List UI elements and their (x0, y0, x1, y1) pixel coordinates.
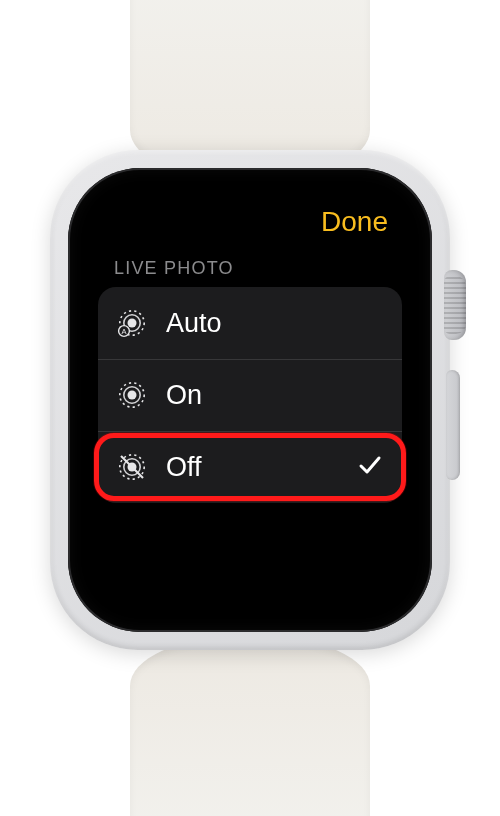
live-photo-on-icon (116, 379, 148, 411)
live-photo-auto-icon: A (116, 307, 148, 339)
watch-bezel: Done LIVE PHOTO A Auto (68, 168, 432, 632)
side-button[interactable] (446, 370, 460, 480)
live-photo-options-list: A Auto On (98, 287, 402, 503)
option-auto[interactable]: A Auto (98, 287, 402, 359)
option-on-label: On (166, 380, 384, 411)
option-off[interactable]: Off (98, 431, 402, 503)
watch-screen: Done LIVE PHOTO A Auto (82, 182, 418, 618)
done-button[interactable]: Done (321, 206, 388, 238)
screen-header: Done (98, 206, 402, 238)
live-photo-off-icon (116, 451, 148, 483)
section-header-live-photo: LIVE PHOTO (114, 258, 402, 279)
digital-crown[interactable] (444, 270, 466, 340)
svg-point-0 (128, 319, 137, 328)
option-off-label: Off (166, 452, 338, 483)
svg-point-5 (128, 391, 137, 400)
option-on[interactable]: On (98, 359, 402, 431)
option-auto-label: Auto (166, 308, 384, 339)
watch-band-bottom (130, 636, 370, 816)
checkmark-icon (356, 451, 384, 483)
watch-body: Done LIVE PHOTO A Auto (50, 150, 450, 650)
svg-text:A: A (121, 327, 126, 336)
